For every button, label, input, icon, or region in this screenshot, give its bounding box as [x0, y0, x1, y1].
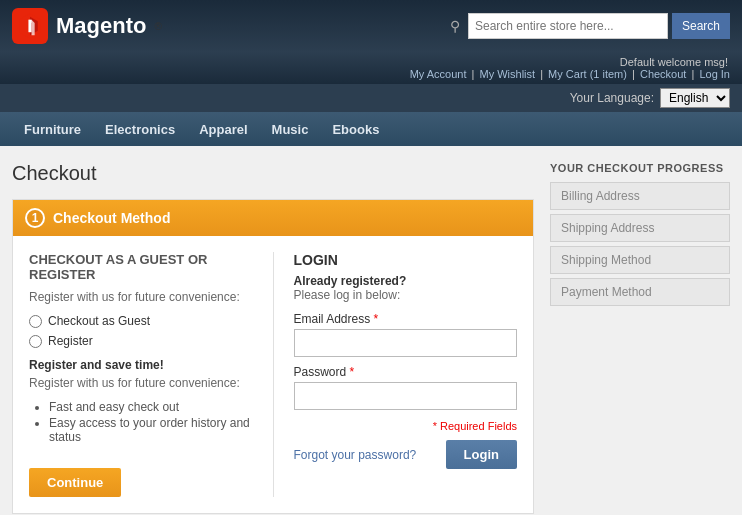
sidebar-title: YOUR CHECKOUT PROGRESS — [550, 162, 730, 174]
search-input[interactable] — [468, 13, 668, 39]
progress-billing-address: Billing Address — [550, 182, 730, 210]
radio-register[interactable]: Register — [29, 334, 253, 348]
progress-shipping-method: Shipping Method — [550, 246, 730, 274]
nav-bar: Furniture Electronics Apparel Music Eboo… — [0, 112, 742, 146]
email-field[interactable] — [294, 329, 518, 357]
email-label: Email Address * — [294, 312, 518, 326]
already-registered: Already registered? — [294, 274, 518, 288]
login-title: LOGIN — [294, 252, 518, 268]
save-time-desc: Register with us for future convenience: — [29, 376, 253, 390]
language-select[interactable]: English — [660, 88, 730, 108]
language-row: Your Language: English — [0, 84, 742, 112]
please-log: Please log in below: — [294, 288, 518, 302]
radio-guest-label: Checkout as Guest — [48, 314, 150, 328]
email-required-star: * — [374, 312, 379, 326]
benefit-1: Fast and easy check out — [49, 400, 253, 414]
save-time-title: Register and save time! — [29, 358, 253, 372]
language-label: Your Language: — [570, 91, 654, 105]
logo-area: Magento® — [12, 8, 162, 44]
logo-reg: ® — [154, 21, 161, 32]
search-button[interactable]: Search — [672, 13, 730, 39]
nav-apparel[interactable]: Apparel — [187, 112, 259, 146]
forgot-password-link[interactable]: Forgot your password? — [294, 448, 417, 462]
continue-button[interactable]: Continue — [29, 468, 121, 497]
form-actions: Forgot your password? Login — [294, 440, 518, 469]
page-title: Checkout — [12, 162, 534, 185]
nav-electronics[interactable]: Electronics — [93, 112, 187, 146]
search-area: ⚲ Search — [450, 13, 730, 39]
progress-shipping-address: Shipping Address — [550, 214, 730, 242]
guest-section-title: CHECKOUT AS A GUEST OR REGISTER — [29, 252, 253, 282]
magento-logo-icon — [12, 8, 48, 44]
radio-register-input[interactable] — [29, 335, 42, 348]
header-top: Magento® ⚲ Search — [0, 0, 742, 52]
password-label: Password * — [294, 365, 518, 379]
guest-section: CHECKOUT AS A GUEST OR REGISTER Register… — [29, 252, 253, 497]
nav-furniture[interactable]: Furniture — [12, 112, 93, 146]
password-field[interactable] — [294, 382, 518, 410]
checkout-progress-sidebar: YOUR CHECKOUT PROGRESS Billing Address S… — [550, 162, 730, 515]
checkout-link[interactable]: Checkout — [640, 68, 686, 80]
nav-ebooks[interactable]: Ebooks — [320, 112, 391, 146]
my-wishlist-link[interactable]: My Wishlist — [480, 68, 536, 80]
welcome-msg: Default welcome msg! — [620, 56, 728, 68]
checkout-step-1: 1 Checkout Method CHECKOUT AS A GUEST OR… — [12, 199, 534, 514]
my-account-link[interactable]: My Account — [410, 68, 467, 80]
radio-guest-input[interactable] — [29, 315, 42, 328]
logo-text: Magento — [56, 13, 146, 39]
register-desc: Register with us for future convenience: — [29, 290, 253, 304]
nav-music[interactable]: Music — [260, 112, 321, 146]
password-required-star: * — [350, 365, 355, 379]
benefit-list: Fast and easy check out Easy access to y… — [49, 400, 253, 444]
step1-header: 1 Checkout Method — [13, 200, 533, 236]
login-link[interactable]: Log In — [699, 68, 730, 80]
radio-guest[interactable]: Checkout as Guest — [29, 314, 253, 328]
my-cart-link[interactable]: My Cart (1 item) — [548, 68, 627, 80]
header-links: Default welcome msg! My Account | My Wis… — [0, 52, 742, 84]
progress-payment-method: Payment Method — [550, 278, 730, 306]
benefit-2: Easy access to your order history and st… — [49, 416, 253, 444]
main-container: Checkout 1 Checkout Method CHECKOUT AS A… — [0, 146, 742, 515]
step1-body: CHECKOUT AS A GUEST OR REGISTER Register… — [13, 236, 533, 513]
step1-title: Checkout Method — [53, 210, 170, 226]
step1-number: 1 — [25, 208, 45, 228]
search-icon: ⚲ — [450, 18, 460, 34]
radio-register-label: Register — [48, 334, 93, 348]
login-button[interactable]: Login — [446, 440, 517, 469]
main-content: Checkout 1 Checkout Method CHECKOUT AS A… — [12, 162, 534, 515]
login-section: LOGIN Already registered? Please log in … — [273, 252, 518, 497]
required-note: * Required Fields — [294, 420, 518, 432]
